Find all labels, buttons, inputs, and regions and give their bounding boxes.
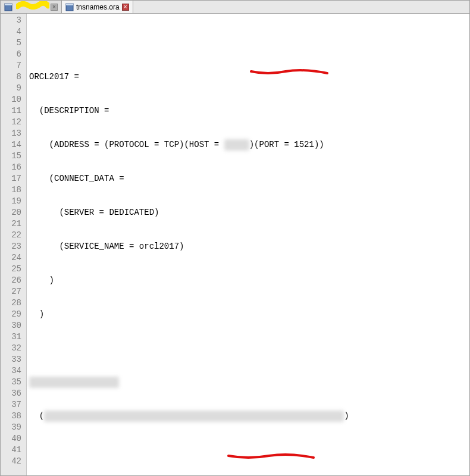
line-number: 30 (3, 320, 21, 331)
line-number: 28 (3, 298, 21, 309)
svg-rect-3 (66, 4, 73, 5)
line-number: 40 (3, 433, 21, 444)
line-number: 6 (3, 49, 21, 60)
tab-label: tnsnames.ora (76, 3, 120, 11)
tab-file-2[interactable]: tnsnames.ora × (62, 1, 133, 13)
code-line: (DESCRIPTION = (29, 105, 467, 117)
line-number: 38 (3, 411, 21, 422)
line-number: 11 (3, 105, 21, 117)
editor-window: × tnsnames.ora × 34567891011121314151617… (0, 0, 470, 476)
code-line (29, 444, 467, 456)
line-number: 24 (3, 252, 21, 264)
code-line (29, 37, 467, 49)
line-number: 26 (3, 275, 21, 286)
code-line (29, 343, 467, 354)
code-line: (CONNECT_DATA = (29, 173, 467, 184)
redacted-text: XXXXXXXXXXXXXXXX = (29, 377, 119, 388)
line-number: 9 (3, 83, 21, 94)
line-number: 22 (3, 230, 21, 241)
line-number: 12 (3, 117, 21, 128)
code-line: ) (29, 309, 467, 320)
line-number: 33 (3, 354, 21, 365)
line-number: 21 (3, 218, 21, 230)
close-icon[interactable]: × (122, 4, 129, 11)
line-number: 10 (3, 94, 21, 105)
line-number-gutter: 3456789101112131415161718192021222324252… (1, 14, 27, 475)
line-number: 5 (3, 37, 21, 49)
line-number: 36 (3, 388, 21, 399)
line-number: 7 (3, 60, 21, 71)
close-icon[interactable]: × (51, 4, 58, 11)
code-line: ) (29, 275, 467, 286)
line-number: 39 (3, 422, 21, 433)
line-number: 4 (3, 26, 21, 37)
code-line: XXXXXXXXXXXXXXXX = (29, 377, 467, 388)
line-number: 20 (3, 207, 21, 218)
line-number: 19 (3, 196, 21, 207)
redacted-text: xxxxx (224, 139, 249, 151)
line-number: 41 (3, 444, 21, 456)
line-number: 13 (3, 128, 21, 139)
line-number: 32 (3, 343, 21, 354)
line-number: 14 (3, 139, 21, 151)
line-number: 27 (3, 286, 21, 298)
line-number: 31 (3, 331, 21, 343)
code-line: (ADDRESS = (PROTOCOL = TCP)(HOST = xxxxx… (29, 139, 467, 151)
line-number: 15 (3, 151, 21, 162)
redacted-text: XXXXXXXXXXXXXXXXXXXXXXXXXXXXXXXXXXXXXXXX… (44, 411, 344, 422)
svg-rect-1 (5, 4, 12, 5)
line-number: 18 (3, 184, 21, 196)
line-number: 16 (3, 162, 21, 173)
file-icon (65, 3, 74, 11)
line-number: 23 (3, 241, 21, 252)
line-number: 34 (3, 365, 21, 377)
line-number: 17 (3, 173, 21, 184)
code-editor[interactable]: 3456789101112131415161718192021222324252… (1, 14, 469, 475)
code-line: (XXXXXXXXXXXXXXXXXXXXXXXXXXXXXXXXXXXXXXX… (29, 411, 467, 422)
line-number: 29 (3, 309, 21, 320)
tab-bar: × tnsnames.ora × (1, 1, 469, 14)
line-number: 35 (3, 377, 21, 388)
file-icon (4, 3, 12, 11)
code-line: (SERVICE_NAME = orcl2017) (29, 241, 467, 252)
line-number: 42 (3, 456, 21, 467)
line-number: 3 (3, 15, 21, 26)
tab-file-1[interactable]: × (1, 1, 62, 13)
line-number: 25 (3, 264, 21, 275)
code-line: ORCL2017 = (29, 71, 467, 83)
code-line: (SERVER = DEDICATED) (29, 207, 467, 218)
code-area[interactable]: ORCL2017 = (DESCRIPTION = (ADDRESS = (PR… (27, 14, 469, 475)
line-number: 37 (3, 399, 21, 411)
line-number: 8 (3, 71, 21, 83)
